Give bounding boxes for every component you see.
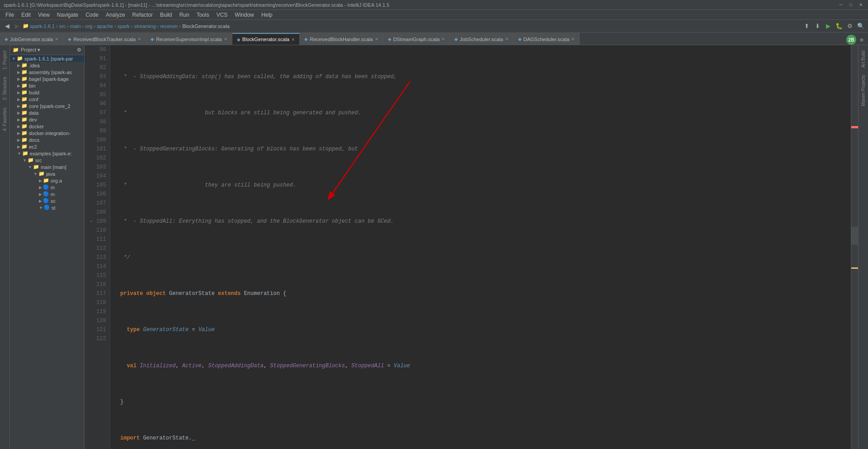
tab-close-js[interactable]: ✕ (505, 37, 509, 42)
tree-item-bin[interactable]: ▶ 📁 bin (10, 82, 84, 89)
search-icon[interactable]: 🔍 (856, 22, 865, 31)
tab-receivedblockhandler[interactable]: ◆ ReceivedBlockHandler.scala ✕ (300, 33, 383, 45)
tree-item-core[interactable]: ▶ 📁 core [spark-core_2 (10, 103, 84, 109)
menu-edit[interactable]: Edit (18, 11, 34, 19)
run-icon[interactable]: ▶ (824, 22, 833, 31)
tree-item-idea[interactable]: ▶ 📁 .idea (10, 62, 84, 69)
breadcrumb-org[interactable]: org (85, 23, 93, 29)
breadcrumb-spark[interactable]: 📁 spark-1.6.1 (23, 23, 55, 29)
menu-vcs[interactable]: VCS (213, 11, 231, 19)
linenum-110: 110 (88, 226, 106, 235)
structure-tab[interactable]: 2: Structure (1, 73, 8, 104)
scroll-up-icon[interactable]: ⬆ (802, 22, 811, 31)
art-build-tab[interactable]: Art Build (860, 47, 867, 71)
tree-item-build[interactable]: ▶ 📁 build (10, 89, 84, 96)
tab-close-rs[interactable]: ✕ (224, 37, 227, 42)
scala-file-icon: ◆ (5, 37, 8, 42)
tree-item-m1[interactable]: ▶ 🔵 m (10, 184, 84, 191)
tree-item-examples[interactable]: ▼ 📁 examples [spark-e: (10, 150, 84, 157)
editor-config-icon[interactable]: ≡ (857, 35, 866, 44)
gutter-111 (88, 236, 94, 243)
breadcrumb-main[interactable]: main (70, 23, 81, 29)
project-tab[interactable]: 1: Project (1, 47, 8, 73)
menu-refactor[interactable]: Refactor (129, 11, 156, 19)
tree-item-conf[interactable]: ▶ 📁 conf (10, 96, 84, 103)
tab-jobscheduler[interactable]: ◆ JobScheduler.scala ✕ (450, 33, 513, 45)
tab-close-jobgenerator[interactable]: ✕ (55, 37, 58, 42)
breadcrumb-apache[interactable]: apache (97, 23, 113, 29)
tab-dstreamgraph[interactable]: ◆ DStreamGraph.scala ✕ (383, 33, 450, 45)
tree-item-data[interactable]: ▶ 📁 data (10, 109, 84, 116)
code-editor[interactable]: 90 91 92 93 94 95 96 97 98 99 100 101 10… (85, 45, 851, 449)
tree-item-m2[interactable]: ▶ 🔵 m (10, 191, 84, 197)
tree-item-java[interactable]: ▼ 📁 java (10, 170, 84, 177)
gutter-106 (88, 191, 94, 197)
linenum-118: 118 (88, 298, 106, 307)
tab-close-bg[interactable]: ✕ (291, 37, 295, 42)
linenum-92: 92 (88, 63, 106, 72)
project-settings-icon[interactable]: ⚙ (77, 47, 81, 53)
tree-item-ec2[interactable]: ▶ 📁 ec2 (10, 143, 84, 150)
menu-view[interactable]: View (34, 11, 53, 19)
tab-close-rbt[interactable]: ✕ (137, 37, 141, 42)
tree-item-assembly[interactable]: ▶ 📁 assembly [spark-as (10, 69, 84, 75)
tree-item-docs[interactable]: ▶ 📁 docs (10, 136, 84, 143)
tab-blockgenerator[interactable]: ◆ BlockGenerator.scala ✕ (232, 33, 300, 45)
menu-analyze[interactable]: Analyze (102, 11, 129, 19)
gutter-114 (88, 263, 94, 270)
tab-close-dsg[interactable]: ✕ (441, 37, 445, 42)
tree-item-spark[interactable]: ▼ 📁 spark-1.6.1 [spark-par (10, 55, 84, 62)
tree-item-sc[interactable]: ▶ 🔵 sc (10, 197, 84, 204)
linenum-102: 102 (88, 154, 106, 163)
scroll-thumb[interactable] (851, 227, 858, 245)
tab-jobgenerator[interactable]: ◆ JobGenerator.scala ✕ (0, 33, 63, 45)
toolbar-back-icon[interactable]: ◀ (3, 22, 12, 31)
gutter-118 (88, 299, 94, 306)
breadcrumb-streaming[interactable]: streaming (134, 23, 156, 29)
tab-close-rbh[interactable]: ✕ (375, 37, 378, 42)
tree-item-docker[interactable]: ▶ 📁 docker (10, 123, 84, 130)
scroll-down-icon[interactable]: ⬇ (813, 22, 822, 31)
menu-tools[interactable]: Tools (193, 11, 213, 19)
notification-badge[interactable]: 2B (846, 35, 856, 45)
menu-file[interactable]: File (2, 11, 18, 19)
tab-receivedblocktracker[interactable]: ◆ ReceivedBlockTracker.scala ✕ (63, 33, 146, 45)
gutter-122 (88, 336, 94, 342)
tree-item-src[interactable]: ▼ 📁 src (10, 157, 84, 164)
tree-item-main[interactable]: ▼ 📁 main [main] (10, 164, 84, 170)
settings-icon[interactable]: ⚙ (845, 22, 854, 31)
tree-item-st[interactable]: ▼ 🔵 st (10, 204, 84, 211)
tab-dagscheduler[interactable]: ◆ DAGScheduler.scala ✕ (514, 33, 580, 45)
gutter-95 (91, 92, 98, 98)
project-icon: 📁 (13, 47, 19, 53)
tree-item-bagel[interactable]: ▶ 📁 bagel [spark-bage (10, 75, 84, 82)
maven-projects-tab[interactable]: Maven Projects (860, 71, 867, 110)
breadcrumb-file[interactable]: BlockGenerator.scala (182, 23, 230, 29)
breadcrumb-sep-3: › (82, 23, 84, 29)
tab-close-dag[interactable]: ✕ (571, 37, 575, 42)
tab-receiversupervisor[interactable]: ◆ ReceiverSupervisorImpl.scala ✕ (146, 33, 232, 45)
line-numbers: 90 91 92 93 94 95 96 97 98 99 100 101 10… (85, 45, 110, 449)
menu-code[interactable]: Code (82, 11, 102, 19)
tree-item-orga[interactable]: ▶ 📁 org.a (10, 177, 84, 184)
debug-icon[interactable]: 🐛 (835, 22, 844, 31)
tree-item-dev[interactable]: ▶ 📁 dev (10, 116, 84, 123)
right-gutter-scrollbar[interactable] (851, 45, 858, 449)
menu-build[interactable]: Build (156, 11, 176, 19)
favorites-tab[interactable]: 4: Favorites (1, 104, 8, 135)
toolbar-forward-icon[interactable]: ▶ (13, 22, 22, 31)
breadcrumb-spark2[interactable]: spark (118, 23, 130, 29)
maximize-button[interactable]: □ (847, 1, 854, 9)
tree-item-docker-integration[interactable]: ▶ 📁 docker-integration- (10, 130, 84, 136)
error-marker (851, 126, 858, 128)
breadcrumb-src[interactable]: src (59, 23, 66, 29)
breadcrumb-receiver[interactable]: receiver (160, 23, 178, 29)
menu-window[interactable]: Window (231, 11, 258, 19)
menu-navigate[interactable]: Navigate (53, 11, 82, 19)
minimize-button[interactable]: ─ (837, 1, 844, 9)
close-button[interactable]: ✕ (857, 1, 864, 9)
menu-run[interactable]: Run (176, 11, 193, 19)
code-content[interactable]: * - StoppedAddingData: stop() has been c… (110, 45, 851, 449)
code-line-93: * they are still being pushed. (114, 181, 847, 190)
menu-help[interactable]: Help (258, 11, 276, 19)
